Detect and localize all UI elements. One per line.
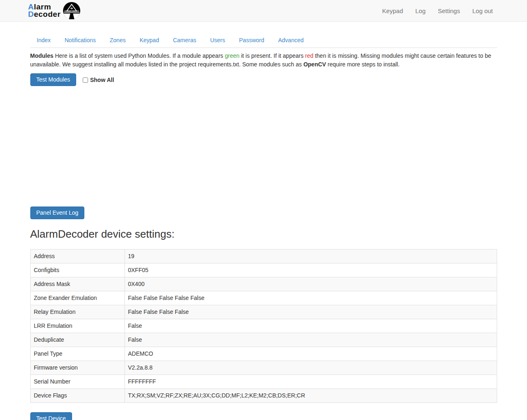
setting-label: Relay Emulation: [30, 305, 124, 319]
setting-label: Panel Type: [30, 347, 124, 361]
green-keyword: green: [225, 52, 240, 59]
brand-line2-rest: ecoder: [34, 10, 61, 18]
setting-label: Address: [30, 250, 124, 263]
red-keyword: red: [305, 52, 313, 59]
tab-zones[interactable]: Zones: [103, 33, 132, 48]
table-row: Panel Type ADEMCO: [30, 347, 497, 361]
table-row: Relay Emulation False False False False: [30, 305, 497, 319]
brand-text: Alarm Decoder: [28, 3, 61, 18]
tab-keypad[interactable]: Keypad: [133, 33, 165, 48]
table-row: Zone Exander Emulation False False False…: [30, 291, 497, 305]
setting-value: False False False False False: [124, 291, 497, 305]
top-navbar: Alarm Decoder Keypad Log Settings Lo: [0, 0, 527, 22]
modules-description-text: it is present. If it appears: [240, 52, 305, 59]
setting-label: Device Flags: [30, 389, 124, 403]
navbar-link-logout[interactable]: Log out: [466, 1, 499, 20]
opencv-keyword: OpenCV: [303, 61, 326, 68]
modules-description-text: require more steps to install.: [326, 61, 400, 68]
test-device-button[interactable]: Test Device: [30, 412, 72, 420]
table-row: Serial Number FFFFFFFF: [30, 375, 497, 389]
show-all-checkbox[interactable]: [83, 77, 88, 83]
setting-value: 0X400: [124, 277, 497, 291]
panel-event-log-button[interactable]: Panel Event Log: [30, 207, 85, 219]
navbar-link-keypad[interactable]: Keypad: [376, 1, 409, 20]
brand-line2-accent: D: [28, 10, 34, 18]
setting-value: 0XFF05: [124, 263, 497, 277]
table-row: Address Mask 0X400: [30, 277, 497, 291]
table-row: Deduplicate False: [30, 333, 497, 347]
brand-logo[interactable]: Alarm Decoder: [28, 2, 81, 19]
tab-index[interactable]: Index: [30, 33, 57, 48]
modules-description-text: Here is a list of system used Python Mod…: [53, 52, 225, 59]
setting-label: Configbits: [30, 263, 124, 277]
table-row: Firmware version V2.2a.8.8: [30, 361, 497, 375]
modules-results-area: [30, 86, 497, 206]
setting-value: False: [124, 333, 497, 347]
modules-description: Modules Here is a list of system used Py…: [30, 52, 497, 69]
setting-value: TX;RX;SM;VZ;RF;ZX;RE;AU;3X;CG;DD;MF;L2;K…: [124, 389, 497, 403]
table-row: LRR Emulation False: [30, 319, 497, 333]
setting-value: ADEMCO: [124, 347, 497, 361]
table-row: Device Flags TX;RX;SM;VZ;RF;ZX;RE;AU;3X;…: [30, 389, 497, 403]
setting-label: Firmware version: [30, 361, 124, 375]
device-settings-table: Address 19 Configbits 0XFF05 Address Mas…: [30, 249, 497, 403]
settings-tab-bar: Index Notifications Zones Keypad Cameras…: [30, 33, 497, 48]
setting-value: False False False False: [124, 305, 497, 319]
table-row: Configbits 0XFF05: [30, 263, 497, 277]
setting-value: 19: [124, 250, 497, 263]
setting-label: Serial Number: [30, 375, 124, 389]
navbar-link-settings[interactable]: Settings: [432, 1, 466, 20]
tab-password[interactable]: Password: [233, 33, 271, 48]
tab-users[interactable]: Users: [204, 33, 232, 48]
setting-label: LRR Emulation: [30, 319, 124, 333]
modules-description-title: Modules: [30, 52, 54, 59]
test-modules-button[interactable]: Test Modules: [30, 73, 76, 86]
tab-advanced[interactable]: Advanced: [271, 33, 310, 48]
tab-notifications[interactable]: Notifications: [58, 33, 102, 48]
setting-label: Deduplicate: [30, 333, 124, 347]
tab-cameras[interactable]: Cameras: [166, 33, 203, 48]
navbar-link-log[interactable]: Log: [409, 1, 432, 20]
navbar-links: Keypad Log Settings Log out: [376, 1, 499, 20]
setting-value: False: [124, 319, 497, 333]
lighthouse-logo-icon: [63, 2, 80, 19]
table-row: Address 19: [30, 250, 497, 263]
setting-value: V2.2a.8.8: [124, 361, 497, 375]
setting-label: Zone Exander Emulation: [30, 291, 124, 305]
setting-value: FFFFFFFF: [124, 375, 497, 389]
show-all-label: Show All: [90, 77, 114, 83]
setting-label: Address Mask: [30, 277, 124, 291]
device-settings-heading: AlarmDecoder device settings:: [30, 228, 497, 241]
